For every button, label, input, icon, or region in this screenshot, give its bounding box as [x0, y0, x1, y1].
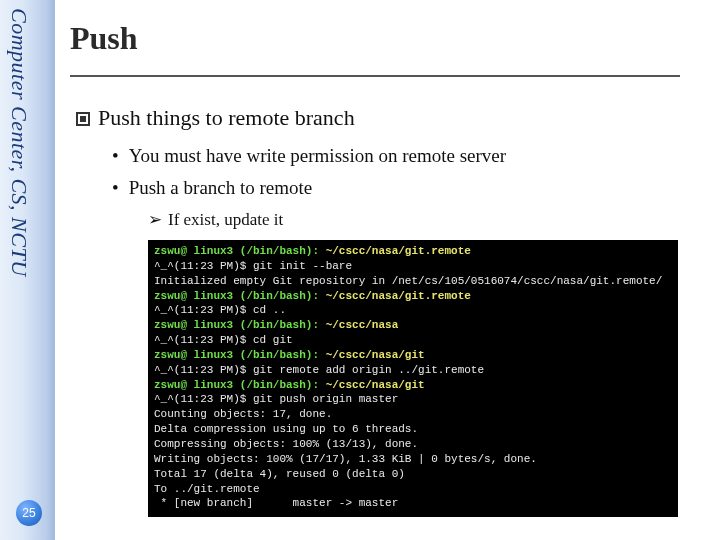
sub-list: You must have write permission on remote…	[76, 145, 710, 517]
term-line: To ../git.remote	[154, 483, 260, 495]
term-prompt: zswu@ linux3 (/bin/bash):	[154, 245, 326, 257]
bullet-b-text: Push a branch to remote	[129, 177, 313, 198]
term-line: Total 17 (delta 4), reused 0 (delta 0)	[154, 468, 405, 480]
sidebar-label: Computer Center, CS, NCTU	[6, 8, 32, 277]
arrow-icon: ➢	[148, 210, 162, 229]
page-number-badge: 25	[16, 500, 42, 526]
title-rule	[70, 75, 680, 77]
sidebar: Computer Center, CS, NCTU 25	[0, 0, 55, 540]
term-line: * [new branch] master -> master	[154, 497, 398, 509]
bullet-b1-text: If exist, update it	[168, 210, 283, 229]
slide-content: Push Push things to remote branch You mu…	[70, 0, 710, 540]
heading-text: Push things to remote branch	[98, 105, 355, 130]
term-path: ~/cscc/nasa/git.remote	[326, 290, 471, 302]
term-path: ~/cscc/nasa/git	[326, 379, 425, 391]
term-prompt: zswu@ linux3 (/bin/bash):	[154, 379, 326, 391]
slide-body: Push things to remote branch You must ha…	[70, 105, 710, 517]
bullet-b: Push a branch to remote	[112, 177, 710, 199]
term-path: ~/cscc/nasa/git	[326, 349, 425, 361]
term-prompt: zswu@ linux3 (/bin/bash):	[154, 349, 326, 361]
term-line: Counting objects: 17, done.	[154, 408, 332, 420]
term-line: ^_^(11:23 PM)$ cd git	[154, 334, 293, 346]
heading-line: Push things to remote branch	[76, 105, 710, 131]
checkbox-bullet-icon	[76, 112, 90, 126]
term-line: Writing objects: 100% (17/17), 1.33 KiB …	[154, 453, 537, 465]
term-line: Compressing objects: 100% (13/13), done.	[154, 438, 418, 450]
bullet-a: You must have write permission on remote…	[112, 145, 710, 167]
terminal-screenshot: zswu@ linux3 (/bin/bash): ~/cscc/nasa/gi…	[148, 240, 678, 517]
term-prompt: zswu@ linux3 (/bin/bash):	[154, 319, 326, 331]
term-line: ^_^(11:23 PM)$ git push origin master	[154, 393, 398, 405]
term-path: ~/cscc/nasa	[326, 319, 399, 331]
term-prompt: zswu@ linux3 (/bin/bash):	[154, 290, 326, 302]
slide-title: Push	[70, 20, 710, 57]
term-line: ^_^(11:23 PM)$ cd ..	[154, 304, 286, 316]
term-line: Initialized empty Git repository in /net…	[154, 275, 662, 287]
bullet-a-text: You must have write permission on remote…	[129, 145, 506, 166]
term-line: ^_^(11:23 PM)$ git init --bare	[154, 260, 352, 272]
bullet-b1: ➢If exist, update it	[112, 209, 710, 230]
term-line: Delta compression using up to 6 threads.	[154, 423, 418, 435]
term-path: ~/cscc/nasa/git.remote	[326, 245, 471, 257]
term-line: ^_^(11:23 PM)$ git remote add origin ../…	[154, 364, 484, 376]
